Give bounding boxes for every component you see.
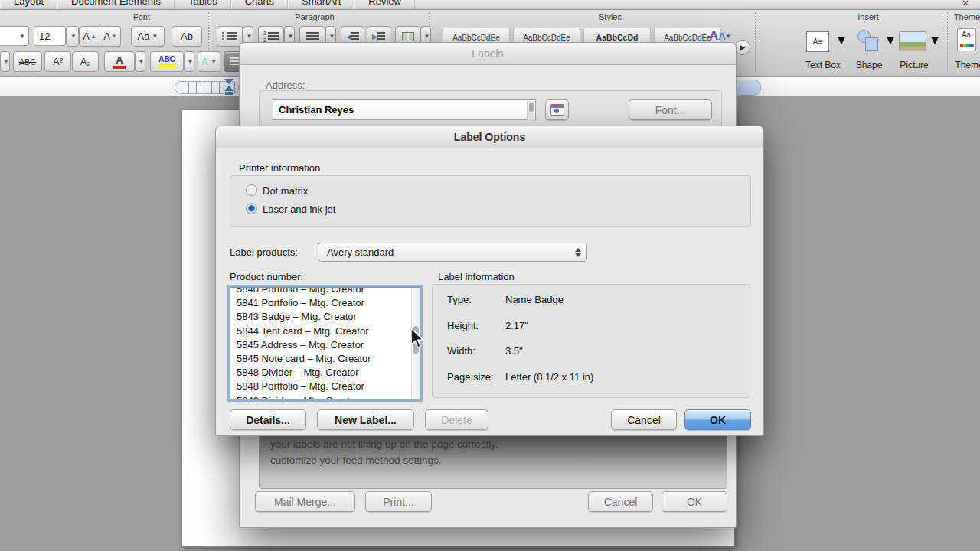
group-divider: [947, 12, 948, 73]
font-button[interactable]: Font...: [629, 99, 712, 120]
highlight-button[interactable]: ABC: [150, 51, 184, 72]
superscript-button[interactable]: A²: [44, 51, 71, 72]
change-case-button[interactable]: Aa▼: [131, 26, 165, 47]
bullets-button[interactable]: [217, 26, 243, 47]
picture-dropdown-icon[interactable]: ▼: [929, 34, 940, 47]
highlight-dropdown-icon[interactable]: ▼: [184, 51, 194, 72]
text-box-label: Text Box: [798, 60, 848, 70]
label-info-value: Name Badge: [505, 294, 564, 320]
print-button[interactable]: Print...: [365, 491, 432, 512]
theme-button[interactable]: Aa: [956, 25, 977, 54]
insert-address-button[interactable]: [545, 99, 569, 120]
text-box-dropdown-icon[interactable]: ▼: [836, 34, 847, 47]
outdent-icon: [351, 32, 359, 41]
font-color-dropdown-icon[interactable]: ▼: [135, 51, 145, 72]
product-list-item[interactable]: 5844 Tent card – Mtg. Creator: [230, 324, 411, 338]
label-options-dialog: Label Options Printer information Dot ma…: [215, 126, 764, 436]
labels-dialog-titlebar[interactable]: Labels: [240, 43, 736, 65]
product-list-item[interactable]: 5845 Note card – Mtg. Creator: [230, 352, 411, 366]
product-list-item[interactable]: 5840 Portfolio – Mtg. Creator: [230, 287, 411, 296]
ribbon-tab-label: Review: [368, 0, 401, 9]
indent-marker-icon[interactable]: [224, 79, 234, 95]
label-info-value: Letter (8 1/2 x 11 in): [505, 371, 593, 397]
product-list-items: 5840 Portfolio – Mtg. Creator 5841 Portf…: [230, 287, 411, 399]
label-products-dropdown[interactable]: Avery standard: [318, 243, 587, 262]
product-list-item[interactable]: 5849 Divider – Mtg. Creator: [230, 394, 411, 400]
label-options-title: Label Options: [454, 131, 525, 143]
printer-information-heading: Printer information: [239, 162, 320, 174]
paragraph-group-label: Paragraph: [295, 12, 334, 21]
address-input[interactable]: Christian Reyes: [273, 99, 536, 120]
ribbon-tab[interactable]: Document Elements: [57, 0, 175, 9]
text-box-icon: A≡: [806, 31, 829, 52]
product-list-item[interactable]: 5848 Divider – Mtg. Creator: [230, 366, 411, 380]
ok-button[interactable]: OK: [684, 409, 751, 430]
font-name-combo[interactable]: ▼: [0, 26, 29, 46]
labels-ok-button[interactable]: OK: [662, 491, 727, 512]
ribbon-tab-bar: Layout Document Elements Tables Charts S…: [0, 0, 980, 10]
feed-info-line2: customize your feed method settings.: [270, 455, 442, 466]
ribbon-tab[interactable]: Review: [354, 0, 415, 9]
label-products-value: Avery standard: [327, 246, 394, 258]
indent-icon: [377, 32, 385, 41]
cancel-button[interactable]: Cancel: [611, 409, 677, 430]
product-number-label: Product number:: [230, 271, 303, 282]
font-color-button[interactable]: A: [104, 51, 135, 72]
font-group-label: Font: [133, 12, 150, 21]
labels-cancel-button[interactable]: Cancel: [588, 491, 653, 512]
address-value: Christian Reyes: [279, 104, 354, 116]
subscript-button[interactable]: A₂: [72, 51, 99, 72]
shape-button[interactable]: [853, 27, 884, 56]
clear-formatting-button[interactable]: Ab: [172, 26, 202, 47]
laser-ink-jet-label[interactable]: Laser and ink jet: [263, 204, 335, 215]
laser-ink-jet-radio[interactable]: [246, 203, 257, 214]
overflow-dropdown-icon[interactable]: ▼: [0, 51, 10, 72]
ribbon-tab[interactable]: Layout: [0, 0, 57, 9]
word-window: Layout Document Elements Tables Charts S…: [0, 0, 980, 551]
label-info-value: 2.17": [505, 320, 528, 346]
dot-matrix-label[interactable]: Dot matrix: [263, 185, 308, 197]
styles-group-label: Styles: [599, 12, 622, 21]
feed-info-line1: your labels are not lining up on the pag…: [270, 439, 498, 450]
ribbon-tab[interactable]: Charts: [231, 0, 288, 9]
address-scrollbar[interactable]: [527, 101, 534, 120]
delete-button[interactable]: Delete: [425, 409, 488, 430]
shape-label: Shape: [845, 60, 893, 70]
picture-button[interactable]: [897, 28, 928, 54]
product-list-item[interactable]: 5848 Portfolio – Mtg. Creator: [230, 380, 411, 393]
label-info-row: Width: 3.5": [447, 345, 750, 371]
text-box-button[interactable]: A≡: [802, 27, 833, 56]
shrink-font-button[interactable]: A▼: [100, 26, 121, 47]
product-list-item[interactable]: 5841 Portfolio – Mtg. Creator: [230, 296, 411, 310]
font-size-input[interactable]: 12: [34, 26, 66, 46]
ribbon-tab[interactable]: Tables: [175, 0, 231, 9]
new-label-button[interactable]: New Label...: [317, 409, 414, 430]
label-products-label: Label products:: [230, 246, 298, 258]
group-divider: [755, 12, 756, 73]
product-list-item[interactable]: 5843 Badge – Mtg. Creator: [230, 310, 411, 324]
columns-icon: [402, 32, 414, 41]
ribbon-tab[interactable]: SmartArt: [288, 0, 354, 9]
mail-merge-button[interactable]: Mail Merge...: [255, 491, 355, 512]
bullet-list-icon: [222, 32, 224, 41]
labels-dialog-title: Labels: [472, 47, 503, 60]
strikethrough-button[interactable]: ABC: [13, 51, 42, 72]
product-list-item[interactable]: 5845 Address – Mtg. Creator: [230, 338, 411, 352]
label-info-key: Height:: [447, 320, 505, 346]
ribbon-tab-label: Layout: [14, 0, 44, 9]
product-number-list[interactable]: 5840 Portfolio – Mtg. Creator 5841 Portf…: [230, 287, 420, 399]
insert-group-label: Insert: [858, 12, 879, 21]
shape-icon: [856, 30, 880, 53]
collapse-ribbon-icon[interactable]: ✕: [962, 0, 969, 8]
label-info-row: Type: Name Badge: [447, 294, 750, 320]
dot-matrix-radio[interactable]: [246, 184, 257, 196]
details-button[interactable]: Details...: [230, 409, 306, 430]
shape-dropdown-icon[interactable]: ▼: [885, 34, 896, 47]
ribbon-tab-label: Tables: [188, 0, 217, 9]
text-effects-button[interactable]: A▼: [198, 51, 220, 72]
styles-gallery-expand-icon[interactable]: ▶: [735, 40, 750, 55]
grow-font-button[interactable]: A▲: [79, 26, 100, 47]
label-options-titlebar[interactable]: Label Options: [216, 126, 763, 148]
font-size-dropdown-icon[interactable]: ▼: [66, 26, 79, 47]
numbered-list-icon: [268, 32, 279, 41]
